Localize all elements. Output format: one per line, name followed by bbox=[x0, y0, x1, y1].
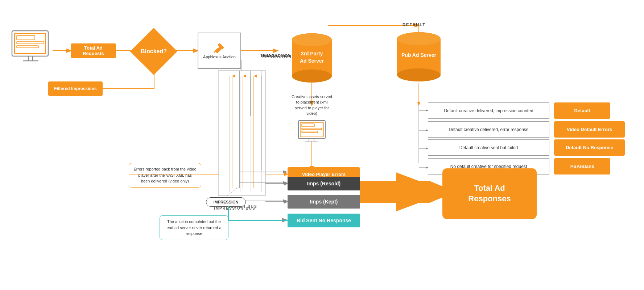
creative-monitor-icon bbox=[297, 119, 326, 143]
svg-rect-27 bbox=[12, 31, 48, 56]
svg-rect-28 bbox=[15, 33, 46, 54]
default-no-response-label: Default No Response bbox=[554, 139, 625, 156]
total-ad-responses-box: Total Ad Responses bbox=[442, 168, 537, 219]
errors-tooltip-text: Errors reported back from the video play… bbox=[133, 167, 196, 183]
creative-assets-label: Creative assets served to placement (xml… bbox=[290, 94, 334, 117]
big-arrow-svg bbox=[360, 181, 447, 203]
filtered-impressions-button: Filtered Impressions bbox=[48, 81, 103, 96]
bid-sent-no-response-box: Bid Sent No Response bbox=[288, 214, 360, 227]
svg-rect-53 bbox=[302, 131, 318, 133]
svg-point-41 bbox=[292, 33, 332, 46]
pub-ad-server: Pub Ad Server bbox=[395, 31, 442, 87]
auction-no-response-tooltip: The auction completed but the end ad ser… bbox=[160, 215, 228, 240]
default-right-label: Default bbox=[554, 102, 610, 119]
impression-bus-static: IMPRESSION BUS bbox=[214, 206, 256, 210]
svg-rect-30 bbox=[17, 42, 44, 44]
diagram: Total Ad Requests Blocked? Filtered Impr… bbox=[0, 0, 644, 290]
third-party-cylinder: 3rd Party Ad Server bbox=[290, 32, 334, 86]
default-creative-error-box: Default creative delivered, error respon… bbox=[428, 121, 549, 138]
total-ad-responses-line1: Total Ad bbox=[468, 183, 511, 194]
total-ad-requests-button: Total Ad Requests bbox=[71, 43, 116, 58]
appnexus-auction-box: AppNexus Auction bbox=[198, 33, 241, 69]
third-party-ad-server: 3rd Party Ad Server bbox=[290, 32, 334, 88]
total-ad-responses-line2: Responses bbox=[468, 194, 511, 204]
svg-rect-52 bbox=[302, 128, 322, 130]
imps-resold-box: Imps (Resold) bbox=[288, 177, 360, 190]
psa-blank-label: PSA/Blank bbox=[554, 158, 610, 175]
svg-text:Pub Ad Server: Pub Ad Server bbox=[401, 52, 437, 58]
svg-rect-51 bbox=[302, 124, 314, 127]
svg-rect-31 bbox=[17, 46, 38, 48]
video-default-errors-label: Video Default Errors bbox=[554, 121, 625, 138]
svg-text:Ad Server: Ad Server bbox=[300, 58, 324, 64]
svg-point-40 bbox=[292, 70, 332, 83]
default-creative-sent-failed-box: Default creative sent but failed bbox=[428, 139, 549, 156]
transaction-static: TRANSACTION bbox=[260, 54, 291, 58]
imps-kept-box: Imps (Kept) bbox=[288, 195, 360, 209]
svg-rect-29 bbox=[17, 35, 35, 40]
svg-text:3rd Party: 3rd Party bbox=[301, 51, 323, 56]
monitor-icon bbox=[10, 29, 52, 63]
svg-rect-58 bbox=[218, 71, 265, 196]
svg-point-46 bbox=[397, 68, 441, 81]
errors-tooltip: Errors reported back from the video play… bbox=[129, 163, 201, 188]
gavel-icon bbox=[212, 42, 227, 54]
default-creative-delivered-box: Default creative delivered, impression c… bbox=[428, 102, 549, 119]
default-label: DEFAULT bbox=[402, 22, 426, 27]
pub-ad-server-cylinder: Pub Ad Server bbox=[395, 31, 442, 85]
impression-label: IMPRESSION bbox=[206, 197, 246, 207]
auction-no-response-text: The auction completed but the end ad ser… bbox=[166, 219, 221, 236]
auction-label: AppNexus Auction bbox=[203, 54, 236, 59]
svg-point-47 bbox=[397, 32, 441, 45]
blocked-diamond bbox=[130, 28, 177, 75]
blocked-diamond-container: Blocked? bbox=[137, 35, 170, 68]
